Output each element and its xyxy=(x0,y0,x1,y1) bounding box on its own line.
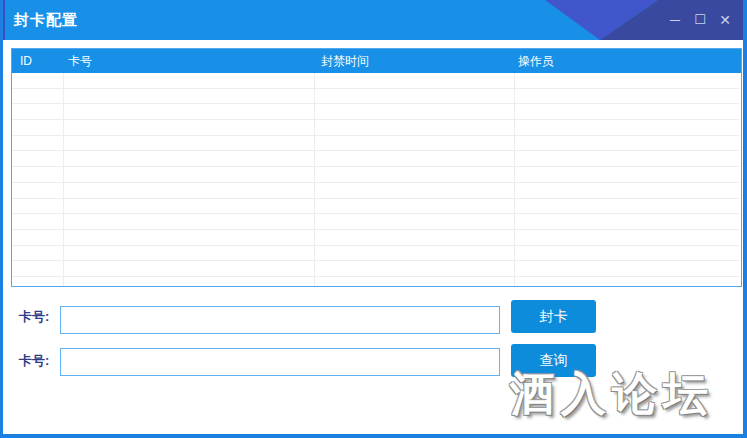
table-cell xyxy=(315,246,515,261)
table-cell xyxy=(12,277,64,287)
table-cell xyxy=(515,151,739,166)
table-cell xyxy=(64,277,315,287)
column-header-ban-time[interactable]: 封禁时间 xyxy=(315,49,515,73)
column-header-id[interactable]: ID xyxy=(12,49,64,73)
table-cell xyxy=(12,183,64,198)
table-cell xyxy=(315,277,515,287)
maximize-icon[interactable]: ☐ xyxy=(692,12,708,28)
table-cell xyxy=(64,214,315,229)
table-cell xyxy=(64,246,315,261)
table-row[interactable] xyxy=(12,199,739,215)
window-title: 封卡配置 xyxy=(14,0,78,40)
table-cell xyxy=(12,167,64,182)
table-cell xyxy=(12,120,64,135)
table-cell xyxy=(315,230,515,245)
table-cell xyxy=(515,230,739,245)
table-row[interactable] xyxy=(12,214,739,230)
table-cell xyxy=(515,73,739,88)
card-number-input-block[interactable] xyxy=(60,306,500,334)
table-row[interactable] xyxy=(12,151,739,167)
titlebar-accent-strip xyxy=(0,0,5,40)
table-cell xyxy=(315,214,515,229)
close-icon[interactable]: ✕ xyxy=(717,12,733,28)
blocked-cards-table: ID 卡号 封禁时间 操作员 xyxy=(11,48,742,287)
table-cell xyxy=(315,199,515,214)
table-cell xyxy=(515,277,739,287)
table-cell xyxy=(64,151,315,166)
table-cell xyxy=(64,261,315,276)
card-number-input-query[interactable] xyxy=(60,348,500,376)
table-cell xyxy=(315,73,515,88)
table-cell xyxy=(315,104,515,119)
table-cell xyxy=(515,104,739,119)
column-header-card-number[interactable]: 卡号 xyxy=(64,49,315,73)
titlebar: 封卡配置 ─ ☐ ✕ xyxy=(0,0,747,40)
table-row[interactable] xyxy=(12,104,739,120)
table-cell xyxy=(12,89,64,104)
query-button[interactable]: 查询 xyxy=(511,344,596,377)
table-row[interactable] xyxy=(12,120,739,136)
table-row[interactable] xyxy=(12,246,739,262)
table-cell xyxy=(315,89,515,104)
table-cell xyxy=(12,230,64,245)
table-cell xyxy=(315,120,515,135)
table-cell xyxy=(515,246,739,261)
table-cell xyxy=(64,104,315,119)
table-cell xyxy=(515,136,739,151)
table-cell xyxy=(515,120,739,135)
table-cell xyxy=(12,136,64,151)
table-row[interactable] xyxy=(12,136,739,152)
table-cell xyxy=(64,183,315,198)
table-header-row: ID 卡号 封禁时间 操作员 xyxy=(12,49,741,73)
minimize-icon[interactable]: ─ xyxy=(667,12,683,28)
card-number-label-2: 卡号: xyxy=(19,347,49,375)
table-cell xyxy=(515,214,739,229)
table-cell xyxy=(64,120,315,135)
window-controls: ─ ☐ ✕ xyxy=(667,0,733,40)
table-cell xyxy=(315,183,515,198)
table-cell xyxy=(64,230,315,245)
table-cell xyxy=(64,89,315,104)
table-cell xyxy=(515,183,739,198)
table-row[interactable] xyxy=(12,183,739,199)
table-row[interactable] xyxy=(12,277,739,287)
table-body[interactable] xyxy=(12,73,739,287)
table-row[interactable] xyxy=(12,73,739,89)
table-cell xyxy=(315,136,515,151)
table-cell xyxy=(12,104,64,119)
table-cell xyxy=(64,199,315,214)
block-card-button[interactable]: 封卡 xyxy=(511,300,596,333)
table-cell xyxy=(515,199,739,214)
card-number-label-1: 卡号: xyxy=(19,303,49,331)
table-row[interactable] xyxy=(12,230,739,246)
table-row[interactable] xyxy=(12,167,739,183)
table-row[interactable] xyxy=(12,261,739,277)
table-cell xyxy=(64,136,315,151)
app-window: 封卡配置 ─ ☐ ✕ ID 卡号 封禁时间 操作员 卡号: 封卡 卡号: 查询 … xyxy=(0,0,747,438)
table-cell xyxy=(12,246,64,261)
table-cell xyxy=(515,89,739,104)
table-cell xyxy=(64,73,315,88)
table-cell xyxy=(12,73,64,88)
table-cell xyxy=(515,261,739,276)
table-cell xyxy=(12,214,64,229)
table-row[interactable] xyxy=(12,89,739,105)
table-cell xyxy=(12,261,64,276)
table-cell xyxy=(315,151,515,166)
column-header-operator[interactable]: 操作员 xyxy=(515,49,741,73)
table-cell xyxy=(12,151,64,166)
table-cell xyxy=(515,167,739,182)
table-cell xyxy=(315,167,515,182)
table-cell xyxy=(64,167,315,182)
table-cell xyxy=(12,199,64,214)
table-cell xyxy=(315,261,515,276)
